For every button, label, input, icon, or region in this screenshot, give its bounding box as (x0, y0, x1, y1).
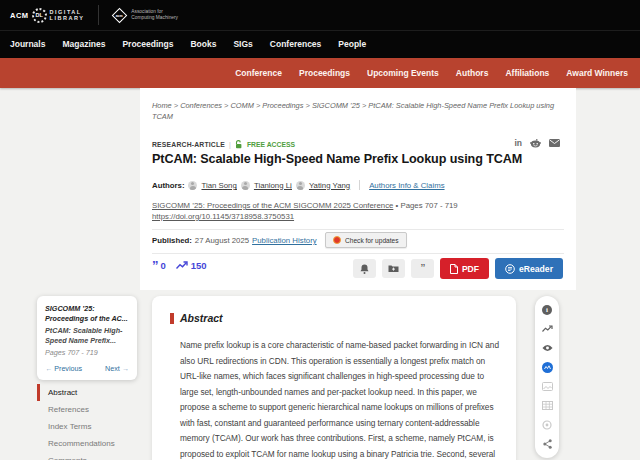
ereader-icon (505, 264, 515, 274)
card-article-title: PtCAM: Scalable High-Speed Name Prefix..… (45, 326, 129, 345)
downloads-count: 150 (191, 260, 207, 271)
acm-dl-article-page: ACM DL DIGITAL LIBRARY acm Association f… (0, 0, 640, 460)
venue-link[interactable]: SIGCOMM ’25: Proceedings of the ACM SIGC… (152, 201, 393, 210)
article-type-row: RESEARCH-ARTICLE | FREE ACCESS (152, 140, 295, 149)
article-tools-pill: i (535, 296, 559, 458)
pdf-button[interactable]: PDF (440, 258, 489, 279)
share-icons-row: in (514, 138, 560, 148)
author-yating-yang[interactable]: Yating Yang (309, 181, 350, 190)
share-icon[interactable] (542, 439, 553, 450)
acm-diamond-icon: acm (112, 7, 128, 23)
type-divider: | (229, 141, 231, 148)
free-access-badge: FREE ACCESS (247, 141, 295, 148)
crumb-proceedings[interactable]: Proceedings (254, 101, 304, 110)
alerts-button[interactable] (353, 259, 376, 278)
section-nav-recommendations[interactable]: Recommendations (37, 435, 137, 452)
article-section-nav: Abstract References Index Terms Recommen… (37, 384, 137, 460)
brand-row: ACM DL DIGITAL LIBRARY acm Association f… (0, 0, 640, 31)
view-eye-icon[interactable] (542, 343, 553, 354)
authors-label: Authors: (152, 181, 184, 190)
email-icon[interactable] (549, 139, 560, 147)
logo-library: LIBRARY (50, 15, 85, 21)
prev-next-nav: ← Previous Next → (45, 364, 129, 373)
metrics-trend-icon[interactable] (542, 323, 553, 334)
crumb-comm[interactable]: COMM (222, 101, 254, 110)
acm-dl-gear-icon: DL (32, 8, 47, 23)
published-row: Published: 27 August 2025 Publication Hi… (152, 236, 317, 245)
abstract-section: Abstract Name prefix lookup is a core ch… (152, 296, 516, 460)
article-type-label: RESEARCH-ARTICLE (152, 141, 225, 148)
downloads-metric[interactable]: 150 (176, 260, 207, 271)
citation-quote-icon: ” (152, 262, 158, 270)
trending-icon (176, 261, 188, 270)
brand-divider (98, 5, 99, 25)
figures-icon[interactable] (542, 381, 553, 392)
doi-link[interactable]: https://doi.org/10.1145/3718958.3750531 (152, 212, 294, 221)
bell-icon (360, 264, 369, 274)
published-label: Published: (152, 236, 192, 245)
open-lock-icon (235, 140, 243, 149)
rednav-proceedings[interactable]: Proceedings (299, 68, 350, 78)
rednav-authors[interactable]: Authors (456, 68, 489, 78)
check-for-updates-button[interactable]: Check for updates (325, 232, 407, 248)
section-nav-references[interactable]: References (37, 401, 137, 418)
divider (152, 229, 564, 230)
card-venue[interactable]: SIGCOMM ’25: Proceedings of the AC... (45, 304, 129, 323)
nav-books[interactable]: Books (190, 39, 216, 49)
author-avatar (296, 181, 305, 190)
ereader-button[interactable]: eReader (495, 258, 563, 279)
publication-history-link[interactable]: Publication History (252, 236, 317, 245)
abstract-heading-row: Abstract (170, 312, 492, 324)
acm-dl-logo-text: DIGITAL LIBRARY (50, 9, 85, 22)
primary-nav: Journals Magazines Proceedings Books SIG… (0, 31, 640, 57)
nav-conferences[interactable]: Conferences (270, 39, 322, 49)
nav-people[interactable]: People (338, 39, 366, 49)
rednav-award-winners[interactable]: Award Winners (566, 68, 628, 78)
reddit-icon[interactable] (530, 139, 541, 148)
info-icon[interactable]: i (542, 304, 553, 315)
card-pages: Pages 707 - 719 (45, 348, 129, 357)
metrics-row: ” 0 150 (152, 260, 207, 271)
nav-journals[interactable]: Journals (10, 39, 45, 49)
rednav-affiliations[interactable]: Affiliations (505, 68, 549, 78)
linkedin-icon[interactable]: in (514, 138, 522, 148)
tables-icon[interactable] (542, 400, 553, 411)
section-nav-comments[interactable]: Comments (37, 452, 137, 460)
author-tian-song[interactable]: Tian Song (201, 181, 236, 190)
crumb-sigcomm25[interactable]: SIGCOMM ’25 (303, 101, 359, 110)
site-header: ACM DL DIGITAL LIBRARY acm Association f… (0, 0, 640, 58)
author-avatar (241, 181, 250, 190)
rednav-upcoming-events[interactable]: Upcoming Events (367, 68, 439, 78)
acm-dl-logo[interactable]: ACM (10, 11, 29, 20)
nav-proceedings[interactable]: Proceedings (122, 39, 173, 49)
published-date: 27 August 2025 (195, 236, 249, 245)
section-nav-index-terms[interactable]: Index Terms (37, 418, 137, 435)
nav-sigs[interactable]: SIGs (233, 39, 252, 49)
rednav-conference[interactable]: Conference (235, 68, 282, 78)
association-name: Association for Computing Machinery (131, 9, 178, 20)
citation-metric[interactable]: ” 0 (152, 260, 166, 271)
altmetric-badge-icon[interactable] (542, 362, 553, 373)
publication-venue: SIGCOMM ’25: Proceedings of the ACM SIGC… (152, 200, 458, 222)
add-to-collection-button[interactable] (382, 259, 405, 278)
conference-nav: Conference Proceedings Upcoming Events A… (0, 58, 640, 88)
divider (152, 253, 564, 254)
cite-button[interactable]: ” (411, 259, 434, 278)
issue-navigation-card: SIGCOMM ’25: Proceedings of the AC... Pt… (37, 296, 137, 380)
article-title: PtCAM: Scalable High-Speed Name Prefix L… (152, 152, 562, 166)
cite-quote-icon: ” (421, 265, 424, 273)
ereader-label: eReader (519, 264, 553, 274)
authors-info-claims-link[interactable]: Authors Info & Claims (369, 181, 444, 190)
section-nav-abstract[interactable]: Abstract (37, 384, 137, 401)
acm-association-logo[interactable]: acm Association for Computing Machinery (111, 9, 178, 20)
crumb-conferences[interactable]: Conferences (172, 101, 222, 110)
media-icon[interactable] (542, 420, 553, 431)
author-avatar (188, 181, 197, 190)
abstract-heading: Abstract (180, 312, 223, 324)
crossmark-icon (333, 236, 341, 244)
crumb-home[interactable]: Home (152, 101, 172, 110)
author-tianlong-li[interactable]: Tianlong Li (254, 181, 292, 190)
next-article-link[interactable]: Next → (105, 364, 129, 373)
previous-article-link[interactable]: ← Previous (45, 364, 82, 373)
nav-magazines[interactable]: Magazines (62, 39, 105, 49)
